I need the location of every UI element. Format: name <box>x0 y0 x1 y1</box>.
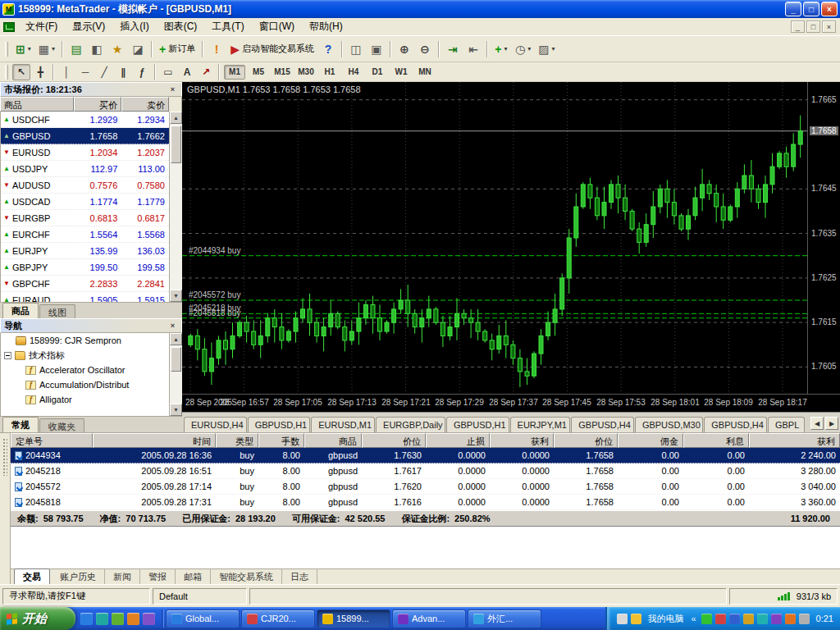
terminal-tab[interactable]: 交易 <box>14 568 50 586</box>
timeframe-m30[interactable]: M30 <box>295 65 317 80</box>
task-button[interactable]: Advan... <box>392 609 466 628</box>
terminal-column-header[interactable]: 时间 <box>93 433 216 448</box>
tray-messenger-icon[interactable] <box>743 614 754 624</box>
tray-collapse-icon[interactable]: « <box>689 614 697 623</box>
tray-antivirus-icon[interactable] <box>715 614 726 624</box>
timeframe-h4[interactable]: H4 <box>343 65 364 80</box>
chart-tab[interactable]: GBPUSD,M30 <box>635 417 703 432</box>
order-row[interactable]: 20452182005.09.28 16:51buy8.00gbpusd1.76… <box>11 463 840 479</box>
navigator-scrollbar[interactable]: ▲ ▼ <box>169 333 182 416</box>
cursor-button[interactable]: ↖ <box>12 64 30 80</box>
chart-tab[interactable]: GBPUSD,H1 <box>446 417 509 432</box>
quick-launch-player-icon[interactable] <box>112 613 124 625</box>
chart-tab[interactable]: GBPUSD,H4 <box>571 417 634 432</box>
crosshair-button[interactable]: ╋ <box>31 64 49 80</box>
market-watch-button[interactable]: ▤ <box>66 39 86 59</box>
chart-tab[interactable]: EURUSD,H4 <box>184 417 247 432</box>
tray-volume-icon[interactable] <box>729 614 740 624</box>
navigator-tab[interactable]: 常规 <box>2 417 39 432</box>
terminal-tab[interactable]: 警报 <box>140 569 176 585</box>
market-watch-row[interactable]: ▼EURGBP0.68130.6817 <box>1 210 169 226</box>
auto-scroll-button[interactable]: ⇥ <box>443 39 463 59</box>
tray-power-icon[interactable] <box>785 614 796 624</box>
terminal-tab[interactable]: 新闻 <box>105 569 140 585</box>
tray-network-icon[interactable] <box>701 614 712 624</box>
quick-launch-msn-icon[interactable] <box>127 613 139 625</box>
scroll-down-icon[interactable]: ▼ <box>170 404 182 416</box>
scroll-up-icon[interactable]: ▲ <box>170 112 182 124</box>
market-watch-row[interactable]: ▲EURJPY135.99136.03 <box>1 243 169 259</box>
periods-button[interactable]: ◷▾ <box>512 39 534 59</box>
shapes-button[interactable]: ▭ <box>159 64 177 80</box>
terminal-tab[interactable]: 邮箱 <box>176 569 211 585</box>
tray-update-icon[interactable] <box>757 614 768 624</box>
channel-button[interactable]: ∥ <box>114 64 132 80</box>
chart-tab[interactable]: EURUSD,M1 <box>311 417 375 432</box>
scroll-up-icon[interactable]: ▲ <box>170 333 182 345</box>
terminal-column-header[interactable]: 商品 <box>304 433 362 448</box>
status-profile[interactable]: Default <box>153 588 247 605</box>
terminal-column-header[interactable]: 止损 <box>426 433 490 448</box>
mdi-minimize-button[interactable]: _ <box>791 21 805 33</box>
price-axis[interactable]: 1.76651.76451.76351.76251.76151.76051.76… <box>807 82 840 394</box>
terminal-column-header[interactable]: 类型 <box>216 433 258 448</box>
restore-button[interactable]: □ <box>803 2 819 16</box>
terminal-column-header[interactable]: 利息 <box>683 433 749 448</box>
market-watch-row[interactable]: ▲USDCAD1.17741.1779 <box>1 194 169 210</box>
terminal-column-header[interactable]: 手数 <box>258 433 304 448</box>
market-watch-row[interactable]: ▲EURCHF1.55641.5568 <box>1 226 169 243</box>
terminal-grip[interactable] <box>0 433 11 585</box>
menu-window[interactable]: 窗口(W) <box>252 17 302 36</box>
terminal-tab[interactable]: 智能交易系统 <box>211 569 282 585</box>
column-bid[interactable]: 买价 <box>74 97 121 112</box>
menu-view[interactable]: 显示(V) <box>65 17 112 36</box>
minimize-button[interactable]: _ <box>785 2 801 16</box>
terminal-column-header[interactable]: 价位 <box>362 433 426 448</box>
market-watch-row[interactable]: ▼EURUSD1.20341.2037 <box>1 144 169 161</box>
scroll-down-icon[interactable]: ▼ <box>170 290 182 302</box>
scroll-thumb[interactable] <box>171 347 181 372</box>
tab-scroll-right-icon[interactable]: ▶ <box>825 417 838 430</box>
new-order-button[interactable]: +新订单 <box>156 39 199 59</box>
chart-canvas[interactable]: GBPUSD,M1 1.7653 1.7658 1.7653 1.7658 #2… <box>182 82 807 394</box>
candlestick-chart[interactable]: #2044934 buy#2045572 buy#2045218 buy#204… <box>182 82 807 394</box>
timeframe-h1[interactable]: H1 <box>319 65 340 80</box>
data-window-button[interactable]: ◧ <box>87 39 107 59</box>
navigator-item-indicator-alligator[interactable]: ƒAlligator <box>1 392 169 407</box>
task-button[interactable]: 外汇... <box>468 609 541 628</box>
menu-charts[interactable]: 图表(C) <box>157 17 205 36</box>
task-button[interactable]: CJR20... <box>241 609 315 628</box>
market-watch-close-icon[interactable]: × <box>167 84 178 95</box>
chart-window-icon[interactable] <box>3 22 15 32</box>
market-watch-row[interactable]: ▼AUDUSD0.75760.7580 <box>1 177 169 194</box>
market-watch-row[interactable]: ▲GBPJPY199.50199.58 <box>1 259 169 276</box>
timeframe-m5[interactable]: M5 <box>248 65 269 80</box>
quick-launch-mail-icon[interactable] <box>143 613 155 625</box>
terminal-tab[interactable]: 日志 <box>282 569 317 585</box>
timeframe-m15[interactable]: M15 <box>272 65 293 80</box>
navigator-header[interactable]: 导航 × <box>0 318 182 333</box>
task-button[interactable]: Global... <box>166 609 240 628</box>
horizontal-line-button[interactable]: ─ <box>76 64 94 80</box>
column-ask[interactable]: 卖价 <box>121 97 169 112</box>
timeframe-m1[interactable]: M1 <box>224 65 245 80</box>
navigator-button[interactable]: ★ <box>107 39 127 59</box>
new-chart-button[interactable]: ⊞▾ <box>12 39 34 59</box>
vertical-line-button[interactable]: │ <box>57 64 75 80</box>
tray-display-icon[interactable] <box>771 614 782 624</box>
time-axis[interactable]: 28 Sep 200528 Sep 16:5728 Sep 17:0528 Se… <box>182 394 840 412</box>
navigator-item-indicator-accelerator[interactable]: ƒAccelerator Oscillator <box>1 363 169 377</box>
help-button[interactable]: ? <box>318 39 338 59</box>
tile-windows-button[interactable]: ◫ <box>346 39 366 59</box>
quick-launch-desktop-icon[interactable] <box>96 613 108 625</box>
menu-insert[interactable]: 插入(I) <box>112 17 156 36</box>
market-watch-header[interactable]: 市场报价: 18:21:36 × <box>0 82 182 97</box>
terminal-column-header[interactable]: 获利 <box>749 433 840 448</box>
toolbar-grip[interactable] <box>5 65 8 80</box>
menu-tools[interactable]: 工具(T) <box>204 17 251 36</box>
order-row[interactable]: 20458182005.09.28 17:31buy8.00gbpusd1.76… <box>11 495 840 510</box>
terminal-column-header[interactable]: 定单号 <box>11 433 93 448</box>
task-button[interactable]: 15899... <box>317 609 390 628</box>
terminal-column-header[interactable]: 获利 <box>490 433 554 448</box>
mdi-restore-button[interactable]: □ <box>806 21 820 33</box>
